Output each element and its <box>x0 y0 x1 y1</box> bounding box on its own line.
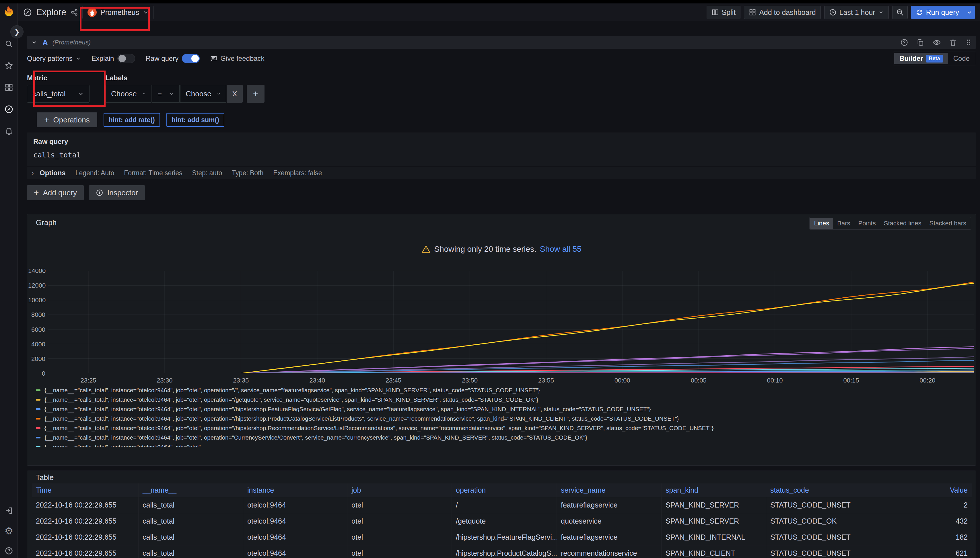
drag-handle-icon[interactable] <box>965 38 972 46</box>
legend-label: {__name__="calls_total", instance="otelc… <box>44 425 714 432</box>
add-query-button[interactable]: +Add query <box>27 185 84 200</box>
query-row-datasource: (Prometheus) <box>53 39 90 46</box>
main-content: A (Prometheus) Query patterns Explain Ra… <box>18 21 980 558</box>
table-cell: featureflagservice <box>557 529 661 545</box>
x-axis-tick: 00:15 <box>843 377 859 384</box>
table-cell: 182 <box>868 529 972 545</box>
table-cell: /getquote <box>452 513 557 529</box>
y-axis-tick: 6000 <box>28 326 45 333</box>
series-line-14 <box>241 373 974 373</box>
column-header-Time[interactable]: Time <box>32 483 138 497</box>
legend-item[interactable]: {__name__="calls_total", instance="otelc… <box>36 433 968 442</box>
options-collapsed-row[interactable]: › Options Legend: Auto Format: Time seri… <box>27 167 976 179</box>
column-header-Value[interactable]: Value <box>868 483 972 497</box>
table-cell: SPAN_KIND_SERVER <box>661 513 766 529</box>
settings-gear-icon[interactable]: ⚙ <box>0 522 18 540</box>
help-icon[interactable] <box>0 542 18 558</box>
graph-mode-stacked-bars[interactable]: Stacked bars <box>926 218 970 229</box>
table-panel: Table Time__name__instancejoboperationse… <box>27 471 976 558</box>
x-axis-tick: 23:45 <box>386 377 401 384</box>
legend-item[interactable]: {__name__="calls_total", instance="otelc… <box>36 404 968 414</box>
option-format: Format: Time series <box>124 169 182 177</box>
add-label-filter-button[interactable]: + <box>247 85 265 103</box>
legend-item[interactable]: {__name__="calls_total", instance="otelc… <box>36 386 968 395</box>
alerting-bell-icon[interactable] <box>0 122 18 140</box>
y-axis-tick: 8000 <box>28 311 45 318</box>
split-button[interactable]: Split <box>707 6 741 19</box>
query-patterns-dropdown[interactable]: Query patterns <box>27 54 81 62</box>
duplicate-query-icon[interactable] <box>916 38 924 46</box>
run-query-caret[interactable] <box>964 6 975 19</box>
x-axis-tick: 00:05 <box>691 377 707 384</box>
zoom-out-button[interactable] <box>892 6 908 19</box>
add-to-dashboard-button[interactable]: Add to dashboard <box>744 6 821 19</box>
sign-in-icon[interactable] <box>0 502 18 520</box>
table-cell: SPAN_KIND_SERVER <box>661 497 766 513</box>
sidebar-expand-button[interactable]: ❯ <box>10 25 23 38</box>
graph-plot-area[interactable] <box>48 271 974 373</box>
column-header---name--[interactable]: __name__ <box>138 483 243 497</box>
time-range-picker[interactable]: Last 1 hour <box>824 6 889 19</box>
show-all-series-link[interactable]: Show all 55 <box>540 245 582 254</box>
graph-mode-lines[interactable]: Lines <box>810 218 834 229</box>
remove-query-trash-icon[interactable] <box>949 38 957 46</box>
zoom-out-magnifier-icon <box>896 8 904 16</box>
query-row-header[interactable]: A (Prometheus) <box>27 36 976 49</box>
inspector-button[interactable]: Inspector <box>89 185 145 200</box>
starred-icon[interactable] <box>0 57 18 75</box>
graph-panel-title: Graph <box>36 218 56 227</box>
caret-down-icon <box>878 10 884 15</box>
table-cell: / <box>452 497 557 513</box>
hide-query-eye-icon[interactable] <box>932 38 941 47</box>
share-icon[interactable] <box>70 8 78 16</box>
column-header-span-kind[interactable]: span_kind <box>661 483 766 497</box>
y-axis-tick: 12000 <box>28 282 45 289</box>
graph-mode-bars[interactable]: Bars <box>833 218 854 229</box>
legend-item[interactable]: {__name__="calls_total", instance="otelc… <box>36 423 968 433</box>
label-value-select[interactable]: Choose <box>180 85 226 103</box>
graph-mode-points[interactable]: Points <box>854 218 880 229</box>
code-mode-button[interactable]: Code <box>948 53 975 64</box>
hint-add-sum-button[interactable]: hint: add sum() <box>166 113 224 127</box>
hint-add-rate-button[interactable]: hint: add rate() <box>104 113 160 127</box>
caret-down-icon <box>78 90 84 97</box>
table-cell: STATUS_CODE_UNSET <box>766 545 868 558</box>
run-query-button[interactable]: Run query <box>911 6 975 19</box>
legend-label: {__name__="calls_total", instance="otelc… <box>44 396 538 403</box>
labels-label: Labels <box>105 74 265 82</box>
legend-label: {__name__="calls_total", instance="otelc… <box>44 443 210 447</box>
chevron-right-icon: › <box>31 169 34 177</box>
builder-mode-button[interactable]: Builder Beta <box>894 53 948 64</box>
column-header-instance[interactable]: instance <box>243 483 347 497</box>
legend-item[interactable]: {__name__="calls_total", instance="otelc… <box>36 395 968 404</box>
column-header-service-name[interactable]: service_name <box>557 483 661 497</box>
grafana-logo[interactable] <box>3 6 15 18</box>
graph-mode-stacked-lines[interactable]: Stacked lines <box>880 218 926 229</box>
legend-item[interactable]: {__name__="calls_total", instance="otelc… <box>36 414 968 423</box>
legend-item[interactable]: {__name__="calls_total", instance="otelc… <box>36 442 968 447</box>
raw-query-toggle[interactable] <box>182 54 200 63</box>
info-circle-icon <box>96 189 103 197</box>
column-header-status-code[interactable]: status_code <box>766 483 868 497</box>
add-operations-button[interactable]: +Operations <box>37 112 97 127</box>
table-cell: 432 <box>868 513 972 529</box>
column-header-operation[interactable]: operation <box>452 483 557 497</box>
query-help-icon[interactable] <box>900 38 908 46</box>
x-axis-tick: 23:30 <box>157 377 173 384</box>
explain-toggle[interactable] <box>117 54 135 63</box>
graph-panel: Graph LinesBarsPointsStacked linesStacke… <box>27 214 976 466</box>
x-axis-tick: 23:55 <box>538 377 554 384</box>
label-key-select[interactable]: Choose <box>105 85 151 103</box>
column-header-job[interactable]: job <box>347 483 452 497</box>
clock-icon <box>829 8 837 16</box>
remove-label-filter-button[interactable]: X <box>227 85 243 103</box>
explain-label: Explain <box>92 54 114 62</box>
explore-icon[interactable] <box>0 100 18 118</box>
explore-toolbar: Explore Prometheus Split Add to dashboar… <box>18 3 980 21</box>
metric-select[interactable]: calls_total <box>27 85 89 103</box>
give-feedback-link[interactable]: Give feedback <box>210 54 264 62</box>
dashboards-icon[interactable] <box>0 79 18 96</box>
datasource-picker[interactable]: Prometheus <box>82 6 154 19</box>
label-operator-select[interactable]: = <box>152 85 179 103</box>
chevron-down-icon[interactable] <box>31 39 37 46</box>
